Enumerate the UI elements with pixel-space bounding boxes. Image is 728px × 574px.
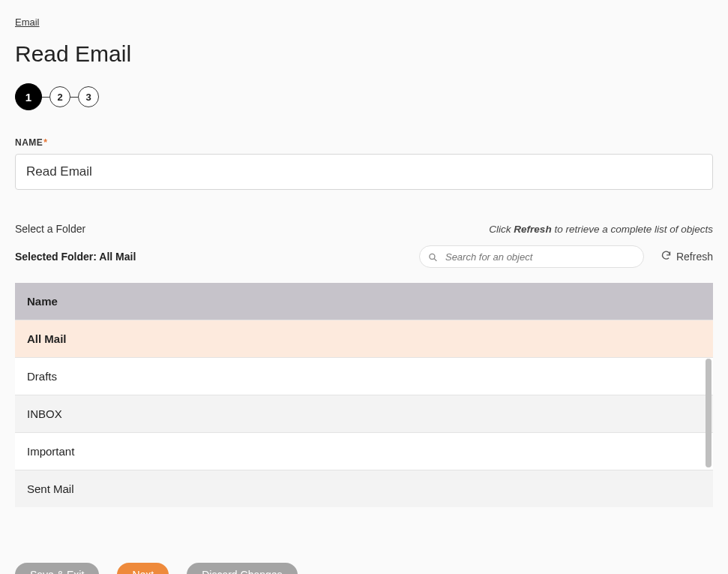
select-folder-label: Select a Folder [15, 223, 85, 235]
step-connector [42, 97, 49, 98]
table-header-name[interactable]: Name [15, 283, 713, 320]
stepper: 1 2 3 [15, 83, 713, 110]
step-connector [70, 97, 78, 98]
name-field-label-text: NAME [15, 137, 43, 148]
page-title: Read Email [15, 41, 713, 67]
search-box [419, 245, 644, 268]
selected-folder-prefix: Selected Folder: [15, 251, 99, 263]
refresh-hint-suffix: to retrieve a complete list of objects [552, 224, 713, 235]
svg-point-0 [430, 254, 435, 259]
search-input[interactable] [419, 245, 644, 268]
selected-folder: Selected Folder: All Mail [15, 251, 136, 263]
step-1[interactable]: 1 [15, 83, 42, 110]
folder-table: Name All MailDraftsINBOXImportantSent Ma… [15, 283, 713, 542]
table-row[interactable]: Sent Mail [15, 470, 713, 508]
next-button[interactable]: Next [117, 563, 169, 574]
step-3[interactable]: 3 [78, 86, 99, 107]
discard-button[interactable]: Discard Changes [187, 563, 297, 574]
selected-folder-value: All Mail [99, 251, 136, 263]
refresh-hint-prefix: Click [489, 224, 514, 235]
folder-name-cell: Important [15, 433, 713, 470]
table-row[interactable]: All Mail [15, 320, 713, 358]
refresh-button[interactable]: Refresh [661, 250, 713, 263]
name-field-label: NAME* [15, 137, 713, 148]
required-marker: * [43, 137, 47, 148]
table-row[interactable]: Important [15, 433, 713, 470]
step-2[interactable]: 2 [49, 86, 70, 107]
breadcrumb-email[interactable]: Email [15, 17, 40, 28]
save-exit-button[interactable]: Save & Exit [15, 563, 99, 574]
search-icon [428, 252, 438, 262]
table-row[interactable]: Drafts [15, 358, 713, 395]
folder-name-cell: Drafts [15, 358, 713, 395]
folder-name-cell: All Mail [15, 320, 713, 358]
refresh-icon [661, 250, 672, 263]
refresh-hint-bold: Refresh [514, 224, 551, 235]
folder-name-cell: INBOX [15, 395, 713, 433]
table-row[interactable]: INBOX [15, 395, 713, 433]
refresh-hint: Click Refresh to retrieve a complete lis… [489, 224, 713, 235]
folder-name-cell: Sent Mail [15, 470, 713, 508]
table-scrollbar[interactable] [706, 359, 712, 467]
refresh-button-label: Refresh [676, 251, 713, 263]
footer-actions: Save & Exit Next Discard Changes [15, 563, 713, 574]
svg-line-1 [434, 259, 436, 261]
name-input[interactable] [15, 154, 713, 190]
